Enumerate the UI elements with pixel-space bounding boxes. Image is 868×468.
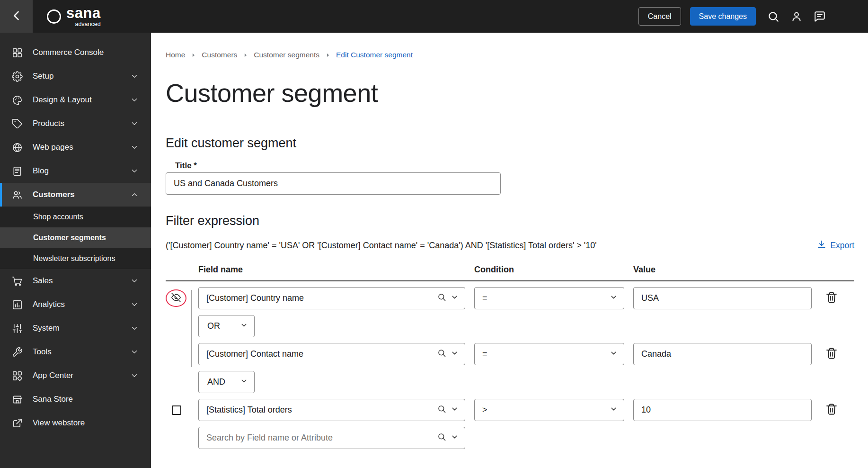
globe-icon [11,142,23,153]
back-button[interactable] [0,0,33,33]
filter-row: [Customer] Country name = [166,287,854,309]
sliders-icon [11,323,23,334]
blog-icon [11,165,23,177]
sidebar-item-app-center[interactable]: App Center [0,364,151,387]
external-link-icon [11,417,23,429]
trash-icon [825,291,838,306]
search-icon[interactable] [762,5,785,28]
save-changes-button[interactable]: Save changes [690,7,756,26]
delete-row-button[interactable] [823,289,841,307]
value-input[interactable] [633,287,812,309]
filter-expression-table: Field name Condition Value [166,265,854,449]
top-bar: sana advanced Cancel Save changes [0,0,868,33]
chevron-down-icon [451,405,459,415]
chevron-down-icon [610,405,618,415]
field-name-select[interactable]: [Statistics] Total orders [198,399,465,421]
sidebar-item-sales[interactable]: Sales [0,269,151,293]
gear-icon [11,71,23,82]
filter-row: [Statistics] Total orders > [166,399,854,421]
sidebar-item-setup[interactable]: Setup [0,64,151,88]
chevron-down-icon [130,348,139,356]
sidebar: Commerce Console Setup Design & Layout [0,33,151,468]
app-grid-icon [11,370,23,381]
filter-section-title: Filter expression [166,214,868,228]
condition-group: [Customer] Country name = [166,287,854,365]
title-field-label: Title * [175,161,868,171]
search-icon [437,349,446,360]
column-header-value: Value [633,265,812,275]
cart-icon [11,275,23,287]
breadcrumb-customers[interactable]: Customers [202,51,237,59]
feedback-chat-icon[interactable] [808,5,831,28]
field-search-select[interactable]: Search by Field name or Attribute [198,427,465,449]
sidebar-item-web-pages[interactable]: Web pages [0,135,151,159]
app-window: sana advanced Cancel Save changes [0,0,868,468]
download-icon [817,240,826,252]
sidebar-item-view-webstore[interactable]: View webstore [0,411,151,435]
title-input[interactable] [166,172,501,195]
delete-row-button[interactable] [823,401,841,419]
search-icon [437,432,446,444]
value-input[interactable] [633,399,812,421]
delete-row-button[interactable] [823,345,841,363]
chevron-right-icon [325,52,331,58]
row-checkbox[interactable] [172,405,181,415]
field-name-select[interactable]: [Customer] Contact name [198,343,465,365]
filter-row: [Customer] Contact name = [166,343,854,365]
customers-submenu: Shop accounts Customer segments Newslett… [0,207,151,269]
main-content: Home Customers Customer segments Edit Cu… [151,33,868,468]
sidebar-item-commerce-console[interactable]: Commerce Console [0,41,151,64]
sidebar-item-customers[interactable]: Customers [0,183,151,207]
sidebar-item-analytics[interactable]: Analytics [0,293,151,316]
root-operator-select[interactable]: AND [198,371,255,393]
chevron-down-icon [451,293,459,304]
header-divider [166,280,854,281]
sidebar-item-products[interactable]: Products [0,112,151,135]
chevron-down-icon [240,377,248,387]
trash-icon [825,403,838,417]
filter-expression-text: ('[Customer] Country name' = 'USA' OR '[… [166,241,597,251]
dashboard-grid-icon [11,47,23,58]
export-link[interactable]: Export [817,240,854,252]
sidebar-item-customer-segments[interactable]: Customer segments [0,227,151,248]
sidebar-item-shop-accounts[interactable]: Shop accounts [0,207,151,227]
sidebar-item-newsletter-subscriptions[interactable]: Newsletter subscriptions [0,248,151,269]
breadcrumb-edit-customer-segment: Edit Customer segment [336,51,413,59]
breadcrumb-customer-segments[interactable]: Customer segments [254,51,319,59]
condition-select[interactable]: = [474,343,624,365]
sidebar-item-sana-store[interactable]: Sana Store [0,387,151,411]
add-condition-row: Search by Field name or Attribute [166,427,854,449]
chevron-down-icon [610,293,618,304]
chevron-right-icon [190,52,196,58]
user-account-icon[interactable] [785,5,808,28]
chevron-down-icon [130,300,139,309]
palette-icon [11,94,23,106]
filter-table-header: Field name Condition Value [166,265,854,280]
chevron-down-icon [451,433,459,443]
condition-select[interactable]: > [474,399,624,421]
chevron-down-icon [130,324,139,333]
chevron-right-icon [242,52,248,58]
chevron-down-icon [610,349,618,360]
chevron-left-icon [10,9,23,24]
cancel-button[interactable]: Cancel [638,7,681,26]
people-icon [11,189,23,200]
logo-text: sana [66,6,101,20]
sidebar-item-tools[interactable]: Tools [0,340,151,364]
sidebar-item-system[interactable]: System [0,316,151,340]
chevron-down-icon [130,167,139,175]
condition-select[interactable]: = [474,287,624,309]
breadcrumb: Home Customers Customer segments Edit Cu… [166,51,868,59]
chevron-down-icon [451,349,459,360]
sidebar-item-design-layout[interactable]: Design & Layout [0,88,151,112]
field-name-select[interactable]: [Customer] Country name [198,287,465,309]
wrench-icon [11,346,23,358]
sana-logo-icon [47,9,61,24]
value-input[interactable] [633,343,812,365]
group-operator-select[interactable]: OR [198,315,255,337]
breadcrumb-home[interactable]: Home [166,51,185,59]
logo-subtext: advanced [75,21,100,27]
page-title: Customer segment [166,78,868,108]
sidebar-item-blog[interactable]: Blog [0,159,151,183]
annotation-circle[interactable] [166,289,186,307]
